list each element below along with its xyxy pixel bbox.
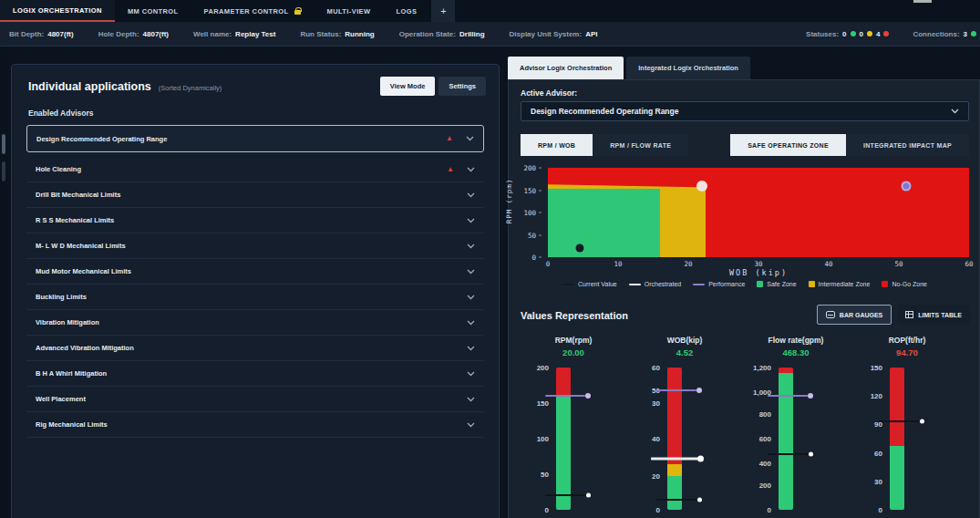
count-value: 4 [876, 30, 880, 38]
enabled-advisors-heading: Enabled Advisors [28, 109, 482, 118]
marker-line [651, 457, 698, 460]
status-field-label: Bit Depth: [9, 30, 44, 38]
gauge-title: ROP(ft/hr) [851, 336, 963, 345]
tab-integrated-logix-orchestration[interactable]: Integrated Logix Orchestration [626, 57, 750, 79]
status-dot [851, 31, 856, 36]
gauge-tick-90: 90 [851, 420, 882, 429]
chevron-down-icon [467, 397, 475, 402]
legend-label: Intermediate Zone [819, 281, 871, 287]
chevron-down-icon [951, 109, 959, 114]
chevron-down-icon [467, 371, 475, 377]
legend-line-swatch [693, 284, 705, 285]
advisor-item-advanced-vibration-mitigation[interactable]: Advanced Vibration Mitigation [26, 336, 484, 361]
status-field-run-status: Run Status:Running [300, 30, 374, 38]
gauge-tick-600: 600 [740, 435, 771, 443]
legend-item-no-go-zone: No-Go Zone [882, 281, 927, 287]
marker-dot [585, 393, 591, 399]
advisor-item-buckling-limits[interactable]: Buckling Limits [26, 285, 484, 310]
gauge-tick-400: 400 [740, 459, 771, 467]
marker-dot [920, 420, 924, 424]
legend-color-swatch [757, 281, 763, 287]
count-value: 3 [964, 30, 967, 38]
advisor-item-r-s-s-mechanical-limits[interactable]: R S S Mechanical Limits [26, 208, 484, 233]
lock-icon [294, 10, 301, 15]
marker-line [545, 494, 585, 496]
safe-operating-zone-chart [548, 168, 969, 257]
limits-table-button[interactable]: LIMITS TABLE [897, 305, 970, 325]
gauge-tick-0: 0 [740, 506, 771, 514]
marker-line [545, 395, 585, 397]
gauge-tick-120: 120 [851, 392, 882, 400]
chart-y-axis-label: RPM (rpm) [505, 179, 513, 224]
top-nav-bar: LOGIX ORCHESTRATIONMM CONTROLPARAMETER C… [0, 0, 980, 22]
y-tick-0: 0 [514, 254, 542, 262]
marker-dot [697, 498, 702, 502]
performance-marker [768, 391, 813, 400]
marker-line [656, 499, 696, 501]
values-representation-title: Values Representation [521, 310, 628, 321]
advisor-label: B H A Whirl Mitigation [36, 369, 463, 378]
collapsed-side-rail[interactable] [0, 47, 8, 518]
view-mode-button[interactable]: View Mode [380, 77, 436, 96]
nav-tab-multi-view[interactable]: MULTI-VIEW [314, 0, 383, 22]
mode-button-safe-operating-zone[interactable]: SAFE OPERATING ZONE [730, 134, 846, 156]
advisor-item-b-h-a-whirl-mitigation[interactable]: B H A Whirl Mitigation [26, 361, 484, 387]
marker-line [768, 395, 808, 397]
status-dot [883, 31, 889, 36]
advisor-item-m-l-w-d-mechanical-limits[interactable]: M- L W D Mechanical Limits [26, 233, 484, 259]
advisor-label: Buckling Limits [36, 293, 463, 301]
nav-tab-mm-control[interactable]: MM CONTROL [115, 0, 191, 22]
status-field-value: Running [345, 30, 374, 38]
add-tab-button[interactable]: + [431, 0, 455, 22]
gauge-tick-800: 800 [740, 410, 771, 419]
status-field-label: Hole Depth: [98, 30, 139, 38]
mode-button-integrated-impact-map[interactable]: INTEGRATED IMPACT MAP [846, 134, 969, 156]
advisor-label: Design Recommended Operating Range [36, 135, 446, 143]
bar-gauges-button[interactable]: BAR GAUGES [817, 305, 892, 325]
count-value: 0 [860, 30, 863, 38]
advisor-label: Drill Bit Mechanical Limits [36, 191, 463, 199]
gauge-bar [779, 368, 793, 510]
advisor-item-drill-bit-mechanical-limits[interactable]: Drill Bit Mechanical Limits [26, 182, 484, 208]
bar-gauge-icon [826, 311, 835, 318]
gauge-title: WOB(kip) [629, 336, 740, 345]
advisor-item-vibration-mitigation[interactable]: Vibration Mitigation [26, 310, 484, 336]
mode-button-rpm-wob[interactable]: RPM / WOB [521, 134, 593, 156]
gauge-rop-ft-hr: ROP(ft/hr)94.701501209060300 [851, 334, 963, 518]
status-dot [867, 31, 872, 36]
table-icon [905, 311, 913, 318]
chevron-down-icon [467, 320, 475, 326]
tab-advisor-logix-orchestration[interactable]: Advisor Logix Orchestration [508, 57, 624, 79]
gauge-tick-0: 0 [629, 506, 660, 514]
advisor-label: Vibration Mitigation [36, 318, 463, 326]
advisor-item-mud-motor-mechanical-limits[interactable]: Mud Motor Mechanical Limits [26, 259, 484, 285]
nav-tab-logix-orchestration[interactable]: LOGIX ORCHESTRATION [0, 0, 115, 22]
marker-dot [696, 388, 702, 393]
settings-button[interactable]: Settings [438, 77, 486, 96]
y-tick-200: 200 [514, 164, 542, 172]
advisor-item-hole-cleaning[interactable]: Hole Cleaning▲ [26, 157, 484, 182]
status-field-value: 4807(ft) [47, 30, 73, 38]
warning-icon: ▲ [446, 135, 453, 142]
panel-subtitle: (Sorted Dynamically) [159, 84, 222, 92]
chevron-down-icon [467, 243, 475, 249]
advisor-item-design-recommended-operating-range[interactable]: Design Recommended Operating Range▲ [26, 125, 484, 152]
gauge-tick-60: 60 [629, 364, 660, 372]
performance-marker [656, 386, 702, 395]
marker-dot [697, 455, 704, 461]
chevron-down-icon [467, 192, 475, 198]
nav-tab-logs[interactable]: LOGS [384, 0, 430, 22]
chevron-down-icon [467, 269, 475, 275]
legend-item-current-value: Current Value [562, 281, 617, 287]
legend-item-orchestrated: Orchestrated [629, 281, 681, 287]
gauge-tick-150: 150 [518, 399, 549, 408]
mode-button-rpm-flow-rate[interactable]: RPM / FLOW RATE [593, 134, 688, 156]
advisor-item-well-placement[interactable]: Well Placement [26, 387, 484, 412]
gauge-tick-30: 30 [629, 399, 660, 408]
nav-tab-parameter-control[interactable]: PARAMETER CONTROL [191, 0, 315, 22]
active-advisor-select[interactable]: Design Recommended Operating Range [521, 101, 969, 121]
gauge-tick-200: 200 [518, 364, 549, 372]
advisor-item-rig-mechanical-limits[interactable]: Rig Mechanical Limits [26, 412, 484, 438]
active-advisor-label: Active Advisor: [521, 88, 577, 98]
gauge-tick-50: 50 [629, 386, 660, 394]
